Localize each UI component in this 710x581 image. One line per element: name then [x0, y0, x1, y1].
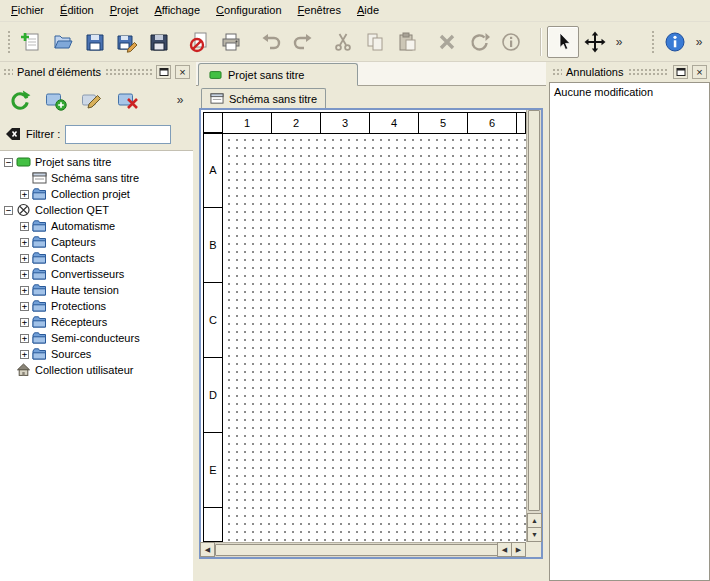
- clear-filter-button[interactable]: [5, 126, 21, 142]
- tree-item-collection-projet[interactable]: + Collection projet: [0, 186, 193, 202]
- expand-expander-icon[interactable]: +: [20, 350, 29, 359]
- dock-grip[interactable]: [628, 68, 670, 76]
- print-button[interactable]: [215, 26, 247, 58]
- tree-item-convertisseurs[interactable]: + Convertisseurs: [0, 266, 193, 282]
- expand-expander-icon[interactable]: +: [20, 302, 29, 311]
- select-mode-button[interactable]: [547, 26, 579, 58]
- delete-element-button[interactable]: [113, 85, 143, 115]
- vertical-scrollbar-thumb[interactable]: [528, 110, 540, 511]
- dock-grip[interactable]: [3, 68, 13, 76]
- toolbar-grip[interactable]: [650, 29, 656, 55]
- dock-close-button[interactable]: ×: [175, 65, 190, 79]
- tree-item-recepteurs[interactable]: + Récepteurs: [0, 314, 193, 330]
- save-button[interactable]: [79, 26, 111, 58]
- open-file-button[interactable]: [47, 26, 79, 58]
- horizontal-scrollbar[interactable]: ◀ ◀ ▶: [201, 542, 526, 557]
- arrow-down-icon: ▼: [531, 531, 538, 538]
- scroll-left-button[interactable]: ◀: [497, 542, 512, 557]
- menu-aide[interactable]: Aide: [349, 0, 387, 21]
- expand-expander-icon[interactable]: +: [20, 318, 29, 327]
- menu-fichier[interactable]: Fichier: [3, 0, 52, 21]
- tree-item-label: Capteurs: [51, 234, 96, 250]
- tree-item-schema[interactable]: Schéma sans titre: [0, 170, 193, 186]
- menu-fenetres[interactable]: Fenêtres: [290, 0, 349, 21]
- panel-toolbar-overflow-button[interactable]: »: [172, 86, 188, 114]
- grid-column-header: 4: [369, 112, 419, 134]
- close-file-button[interactable]: [183, 26, 215, 58]
- expand-expander-icon[interactable]: +: [20, 286, 29, 295]
- tree-item-automatisme[interactable]: + Automatisme: [0, 218, 193, 234]
- undo-history-list[interactable]: Aucune modification: [549, 82, 710, 581]
- vertical-scrollbar[interactable]: ▲ ▼: [526, 110, 541, 542]
- scroll-down-button[interactable]: ▼: [527, 527, 542, 542]
- tab-projet-sans-titre[interactable]: Projet sans titre: [198, 63, 358, 86]
- dock-grip[interactable]: [552, 68, 562, 76]
- tree-item-protections[interactable]: + Protections: [0, 298, 193, 314]
- tree-item-collection-qet[interactable]: − Collection QET: [0, 202, 193, 218]
- expand-expander-icon[interactable]: +: [20, 334, 29, 343]
- undo-button[interactable]: [255, 26, 287, 58]
- tree-item-semi-conducteurs[interactable]: + Semi-conducteurs: [0, 330, 193, 346]
- new-element-icon: [45, 89, 67, 111]
- save-as-button[interactable]: [111, 26, 143, 58]
- tree-item-sources[interactable]: + Sources: [0, 346, 193, 362]
- expand-expander-icon[interactable]: +: [20, 254, 29, 263]
- toolbar-overflow-button[interactable]: »: [691, 28, 707, 56]
- save-all-button[interactable]: [143, 26, 175, 58]
- about-button[interactable]: [659, 26, 691, 58]
- new-element-button[interactable]: [41, 85, 71, 115]
- toolbar-overflow-button[interactable]: »: [611, 28, 627, 56]
- rotate-button[interactable]: [463, 26, 495, 58]
- new-file-icon: [20, 31, 42, 53]
- menu-edition[interactable]: Édition: [52, 0, 102, 21]
- toolbar-grip[interactable]: [6, 29, 12, 55]
- collapse-expander-icon[interactable]: −: [4, 158, 13, 167]
- delete-button[interactable]: [431, 26, 463, 58]
- reload-collections-button[interactable]: [5, 85, 35, 115]
- tree-item-project[interactable]: − Projet sans titre: [0, 154, 193, 170]
- dock-float-button[interactable]: [673, 65, 688, 79]
- menu-affichage[interactable]: Affichage: [146, 0, 208, 21]
- rotate-icon: [468, 31, 490, 53]
- undo-history-dock: Annulations × Aucune modification: [549, 62, 710, 581]
- edit-element-icon: [81, 89, 103, 111]
- scrollbar-corner: [526, 542, 541, 557]
- expand-expander-icon[interactable]: +: [20, 190, 29, 199]
- info-button[interactable]: [495, 26, 527, 58]
- grid-dots-area[interactable]: [222, 133, 526, 542]
- cut-icon: [332, 31, 354, 53]
- scroll-up-button[interactable]: ▲: [527, 513, 542, 528]
- filter-input[interactable]: [65, 125, 171, 144]
- menu-configuration[interactable]: Configuration: [208, 0, 289, 21]
- tree-item-contacts[interactable]: + Contacts: [0, 250, 193, 266]
- paste-button[interactable]: [391, 26, 423, 58]
- horizontal-scrollbar-thumb[interactable]: [215, 544, 498, 556]
- expand-expander-icon[interactable]: +: [20, 222, 29, 231]
- cut-button[interactable]: [327, 26, 359, 58]
- redo-button[interactable]: [287, 26, 319, 58]
- dock-float-button[interactable]: [156, 65, 171, 79]
- scroll-left-button[interactable]: ◀: [200, 542, 215, 557]
- pan-mode-button[interactable]: [579, 26, 611, 58]
- collapse-expander-icon[interactable]: −: [4, 206, 13, 215]
- grid-column-header: 2: [271, 112, 321, 134]
- scroll-right-button[interactable]: ▶: [511, 542, 526, 557]
- tree-item-capteurs[interactable]: + Capteurs: [0, 234, 193, 250]
- expand-expander-icon[interactable]: +: [20, 238, 29, 247]
- tree-item-collection-utilisateur[interactable]: Collection utilisateur: [0, 362, 193, 378]
- elements-panel-titlebar[interactable]: Panel d'éléments ×: [0, 62, 193, 82]
- expand-expander-icon[interactable]: +: [20, 270, 29, 279]
- edit-element-button[interactable]: [77, 85, 107, 115]
- folder-icon: [32, 347, 47, 361]
- dock-close-button[interactable]: ×: [692, 65, 707, 79]
- tab-schema-sans-titre[interactable]: Schéma sans titre: [201, 88, 326, 108]
- tree-item-label: Collection utilisateur: [35, 362, 133, 378]
- copy-button[interactable]: [359, 26, 391, 58]
- tree-item-haute-tension[interactable]: + Haute tension: [0, 282, 193, 298]
- new-file-button[interactable]: [15, 26, 47, 58]
- menu-projet[interactable]: Projet: [102, 0, 147, 21]
- diagram-canvas[interactable]: 1 2 3 4 5 6 A: [201, 110, 526, 542]
- tree-item-label: Haute tension: [51, 282, 119, 298]
- dock-grip[interactable]: [105, 68, 152, 76]
- undo-dock-titlebar[interactable]: Annulations ×: [549, 62, 710, 82]
